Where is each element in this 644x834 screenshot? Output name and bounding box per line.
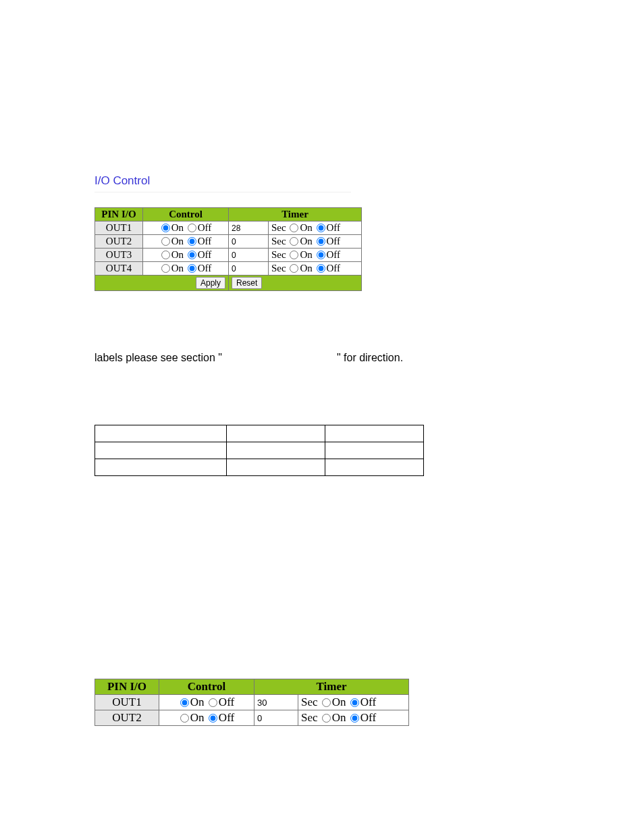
cell [95, 459, 227, 476]
control-cell: On Off [143, 221, 229, 235]
timer-input[interactable] [256, 712, 292, 724]
timer-control-cell: Sec On Off [269, 221, 362, 235]
timer-value-cell [229, 262, 269, 276]
col-pin-io: PIN I/O [95, 679, 159, 695]
on-label: On [171, 249, 184, 260]
on-label: On [171, 222, 184, 233]
timer-control-cell: Sec On Off [269, 262, 362, 276]
timer-input[interactable] [230, 250, 263, 261]
col-control: Control [143, 208, 229, 221]
table-row: OUT1 On Off Sec On Off [95, 695, 409, 710]
page: I/O Control PIN I/O Control Timer OUT1 O… [0, 0, 644, 834]
off-label: Off [360, 711, 376, 724]
timer-value-cell [254, 695, 298, 710]
text-prefix: labels please see section " [95, 352, 222, 363]
control-off-radio[interactable] [188, 237, 196, 246]
on-label: On [171, 263, 184, 273]
on-label: On [300, 236, 312, 246]
off-label: Off [327, 263, 341, 273]
timer-input[interactable] [230, 236, 263, 247]
control-on-radio[interactable] [161, 237, 170, 246]
col-timer: Timer [229, 208, 362, 221]
timer-input[interactable] [230, 263, 263, 274]
cell [95, 442, 227, 459]
control-on-radio[interactable] [180, 714, 189, 723]
control-on-radio[interactable] [161, 251, 170, 259]
off-label: Off [327, 249, 341, 260]
table-row: OUT1 On Off Sec On Off [95, 221, 362, 235]
on-label: On [171, 236, 184, 246]
text-suffix: " for direction. [337, 352, 403, 363]
col-control: Control [159, 679, 254, 695]
timer-on-radio[interactable] [290, 237, 298, 246]
timer-input[interactable] [230, 223, 263, 234]
reset-cell: Reset [229, 276, 362, 291]
off-label: Off [198, 236, 212, 246]
control-cell: On Off [143, 235, 229, 249]
on-label: On [300, 249, 312, 260]
timer-on-radio[interactable] [290, 264, 298, 273]
off-label: Off [198, 263, 212, 273]
timer-off-radio[interactable] [317, 264, 325, 273]
table-row: OUT2 On Off Sec On Off [95, 235, 362, 249]
cell [325, 425, 423, 442]
sec-label: Sec [301, 711, 318, 724]
table-row [95, 459, 424, 476]
on-label: On [332, 711, 346, 724]
off-label: Off [219, 711, 234, 724]
on-label: On [332, 696, 346, 708]
off-label: Off [327, 236, 341, 246]
timer-value-cell [254, 710, 298, 726]
timer-on-radio[interactable] [322, 698, 331, 707]
button-row: Apply Reset [95, 276, 362, 291]
control-off-radio[interactable] [188, 264, 196, 273]
control-cell: On Off [159, 710, 254, 726]
apply-cell: Apply [95, 276, 229, 291]
control-cell: On Off [159, 695, 254, 710]
io-control-table-2: PIN I/O Control Timer OUT1 On Off Sec On… [95, 679, 409, 726]
timer-on-radio[interactable] [290, 251, 298, 259]
io-control-table: PIN I/O Control Timer OUT1 On Off Sec On… [95, 207, 362, 291]
timer-control-cell: Sec On Off [298, 710, 409, 726]
off-label: Off [327, 222, 341, 233]
timer-control-cell: Sec On Off [298, 695, 409, 710]
off-label: Off [198, 222, 212, 233]
sec-label: Sec [271, 263, 286, 273]
table-row: OUT3 On Off Sec On Off [95, 249, 362, 262]
timer-input[interactable] [256, 697, 292, 708]
pin-label: OUT2 [95, 235, 143, 249]
timer-off-radio[interactable] [317, 251, 325, 259]
table-row [95, 425, 424, 442]
control-off-radio[interactable] [188, 251, 196, 259]
control-cell: On Off [143, 249, 229, 262]
table-header-row: PIN I/O Control Timer [95, 208, 362, 221]
title-divider [95, 192, 351, 192]
timer-value-cell [229, 221, 269, 235]
pin-label: OUT1 [95, 221, 143, 235]
off-label: Off [198, 249, 212, 260]
reset-button[interactable]: Reset [232, 277, 262, 289]
cell [226, 442, 325, 459]
control-on-radio[interactable] [180, 698, 189, 707]
timer-off-radio[interactable] [317, 224, 325, 232]
cell [325, 442, 423, 459]
off-label: Off [360, 696, 376, 708]
timer-value-cell [229, 235, 269, 249]
control-on-radio[interactable] [161, 264, 170, 273]
timer-control-cell: Sec On Off [269, 235, 362, 249]
pin-label: OUT1 [95, 695, 159, 710]
timer-on-radio[interactable] [322, 714, 331, 723]
control-off-radio[interactable] [188, 224, 196, 232]
timer-off-radio[interactable] [350, 714, 359, 723]
sec-label: Sec [271, 222, 286, 233]
control-off-radio[interactable] [209, 698, 217, 707]
timer-on-radio[interactable] [290, 224, 298, 232]
control-off-radio[interactable] [209, 714, 217, 723]
timer-off-radio[interactable] [350, 698, 359, 707]
cell [226, 459, 325, 476]
table-header-row: PIN I/O Control Timer [95, 679, 409, 695]
control-on-radio[interactable] [161, 224, 170, 232]
control-cell: On Off [143, 262, 229, 276]
apply-button[interactable]: Apply [196, 277, 225, 289]
timer-off-radio[interactable] [317, 237, 325, 246]
